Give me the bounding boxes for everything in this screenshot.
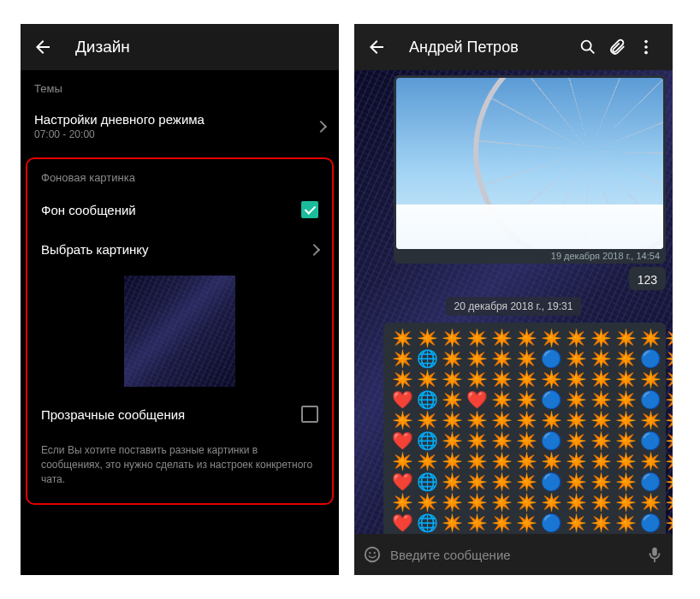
svg-point-4 xyxy=(644,51,648,55)
more-button[interactable] xyxy=(632,33,661,62)
contact-name[interactable]: Андрей Петров xyxy=(409,39,573,56)
transparent-checkbox[interactable] xyxy=(301,406,318,423)
svg-point-7 xyxy=(374,552,376,554)
hint-text: Если Вы хотите поставить разные картинки… xyxy=(27,435,332,495)
message-bg-item[interactable]: Фон сообщений xyxy=(27,189,332,230)
appbar-chat: Андрей Петров xyxy=(354,24,673,70)
emoji-button[interactable] xyxy=(363,545,382,564)
emoji-icon xyxy=(363,545,382,564)
transparent-item[interactable]: Прозрачные сообщения xyxy=(27,394,332,435)
ferris-wheel-photo xyxy=(396,78,663,249)
background-preview[interactable] xyxy=(124,276,235,387)
day-mode-item[interactable]: Настройки дневного режима 07:00 - 20:00 xyxy=(21,100,339,152)
svg-line-1 xyxy=(590,49,594,53)
transparent-label: Прозрачные сообщения xyxy=(41,407,301,422)
search-button[interactable] xyxy=(573,33,602,62)
emoji-grid: ✴️✴️✴️✴️✴️✴️✴️✴️✴️✴️✴️✴️✴️🌐✴️✴️✴️✴️🔵✴️✴️… xyxy=(392,329,657,531)
chevron-right-icon xyxy=(315,120,327,132)
section-themes: Темы xyxy=(21,70,339,100)
attachment-icon xyxy=(608,38,626,56)
back-button[interactable] xyxy=(33,37,53,57)
message-timestamp: 19 декабря 2018 г., 14:54 xyxy=(396,249,663,261)
date-chip: 20 декабря 2018 г., 19:31 xyxy=(446,297,582,316)
arrow-back-icon xyxy=(33,37,53,57)
message-input[interactable]: Введите сообщение xyxy=(382,548,645,562)
chat-screen: Андрей Петров 19 декабря 2018 г., 14:54 … xyxy=(354,24,673,575)
voice-button[interactable] xyxy=(645,545,664,564)
chat-body: 19 декабря 2018 г., 14:54 123 20 декабря… xyxy=(354,70,673,534)
choose-image-label: Выбрать картинку xyxy=(41,242,310,257)
svg-point-0 xyxy=(582,41,591,50)
settings-screen: Дизайн Темы Настройки дневного режима 07… xyxy=(21,24,339,575)
svg-rect-8 xyxy=(652,548,657,556)
arrow-back-icon xyxy=(366,37,387,57)
search-icon xyxy=(578,38,597,56)
section-bg: Фоновая картинка xyxy=(27,159,332,189)
svg-point-6 xyxy=(369,552,371,554)
message-text[interactable]: 123 xyxy=(629,267,666,290)
message-bg-checkbox[interactable] xyxy=(301,201,318,218)
page-title: Дизайн xyxy=(75,38,130,56)
chevron-right-icon xyxy=(308,243,320,255)
background-section-highlight: Фоновая картинка Фон сообщений Выбрать к… xyxy=(26,157,334,505)
message-image[interactable]: 19 декабря 2018 г., 14:54 xyxy=(394,75,666,264)
message-content: 123 xyxy=(638,273,657,287)
appbar-settings: Дизайн xyxy=(21,24,339,70)
svg-point-3 xyxy=(644,45,648,49)
more-vert-icon xyxy=(637,38,656,56)
day-mode-time: 07:00 - 20:00 xyxy=(34,128,317,140)
day-mode-label: Настройки дневного режима xyxy=(34,112,317,127)
svg-point-2 xyxy=(644,40,648,44)
input-bar: Введите сообщение xyxy=(354,534,673,575)
svg-point-5 xyxy=(365,548,380,562)
message-bg-label: Фон сообщений xyxy=(41,203,301,217)
choose-image-item[interactable]: Выбрать картинку xyxy=(27,230,332,269)
message-emoji[interactable]: ✴️✴️✴️✴️✴️✴️✴️✴️✴️✴️✴️✴️✴️🌐✴️✴️✴️✴️🔵✴️✴️… xyxy=(383,323,666,534)
back-button[interactable] xyxy=(366,37,387,57)
attach-button[interactable] xyxy=(602,33,632,62)
microphone-icon xyxy=(645,545,664,564)
